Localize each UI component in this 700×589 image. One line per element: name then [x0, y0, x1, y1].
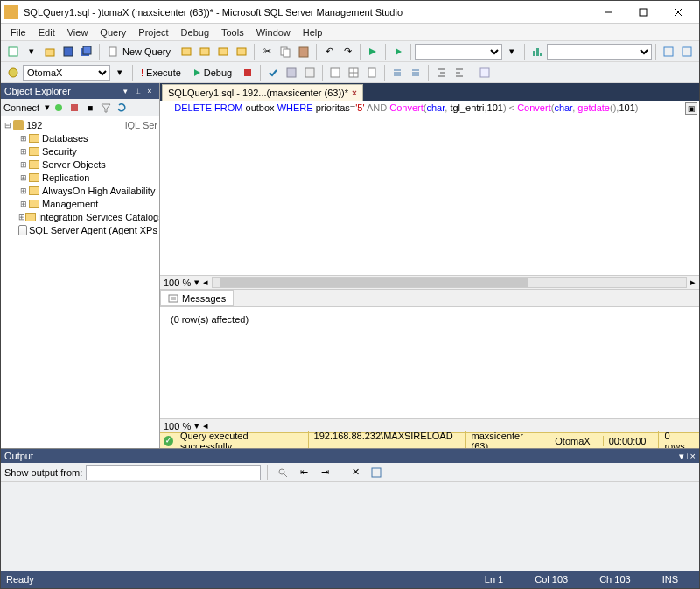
tab-close-icon[interactable]: ×	[352, 88, 357, 98]
output-pin-icon[interactable]: ⟂	[684, 451, 690, 461]
results-text-button[interactable]	[326, 64, 344, 81]
disconnect-icon[interactable]	[67, 101, 81, 115]
connect-label[interactable]: Connect	[4, 102, 39, 113]
tree-node-replication[interactable]: ⊞Replication	[15, 171, 158, 184]
nav-back-button[interactable]: ▾	[23, 43, 40, 60]
output-clear-button[interactable]: ✕	[346, 464, 364, 481]
connect-icon[interactable]	[52, 101, 66, 115]
undo-button[interactable]: ↶	[320, 43, 338, 60]
solution-select[interactable]	[415, 44, 502, 60]
messages-text: (0 row(s) affected)	[171, 314, 689, 325]
open-button[interactable]	[41, 43, 59, 60]
start-button[interactable]	[389, 43, 407, 60]
menu-edit[interactable]: Edit	[32, 25, 61, 39]
menu-project[interactable]: Project	[132, 25, 174, 39]
tree-node-agent[interactable]: SQL Server Agent (Agent XPs disabl	[15, 223, 158, 236]
svg-rect-33	[368, 68, 375, 77]
redo-button[interactable]: ↷	[339, 43, 356, 60]
new-query-button[interactable]: New Query	[103, 43, 177, 60]
query-icon-2[interactable]	[196, 43, 214, 60]
panel-pin-icon[interactable]: ⟂	[131, 85, 144, 97]
editor-tab[interactable]: SQLQuery1.sql - 192...(maxsicenter (63))…	[162, 84, 363, 101]
uncomment-button[interactable]	[407, 64, 424, 81]
split-toggle-icon[interactable]: ▣	[685, 102, 697, 115]
output-next-button[interactable]: ⇥	[316, 464, 333, 481]
stop-icon[interactable]: ■	[83, 101, 97, 115]
titlebar: SQLQuery1.sql - )tomaX (maxsicenter (63)…	[1, 1, 699, 24]
editor-zoom-value[interactable]: 100 %	[164, 277, 191, 288]
panel-dropdown-icon[interactable]: ▾	[119, 85, 131, 97]
messages-tab[interactable]: Messages	[160, 290, 234, 306]
menu-view[interactable]: View	[61, 25, 94, 39]
debug-button[interactable]: Debug	[188, 64, 238, 81]
outdent-button[interactable]	[451, 64, 468, 81]
execute-button[interactable]: !Execute	[136, 64, 187, 81]
registered-servers-select[interactable]	[547, 44, 652, 60]
app-icon	[4, 5, 18, 19]
save-all-button[interactable]	[78, 43, 95, 60]
cut-button[interactable]: ✂	[258, 43, 276, 60]
indent-button[interactable]	[432, 64, 450, 81]
output-close-icon[interactable]: ×	[690, 451, 696, 461]
menu-tools[interactable]: Tools	[215, 25, 250, 39]
svg-rect-16	[299, 47, 308, 57]
object-tree[interactable]: ⊟ 192 iQL Ser ⊞Databases ⊞Security ⊞Serv…	[1, 116, 159, 448]
tree-node-security[interactable]: ⊞Security	[15, 144, 158, 158]
copy-button[interactable]	[276, 43, 294, 60]
menu-query[interactable]: Query	[94, 25, 132, 39]
query-options-button[interactable]	[301, 64, 318, 81]
scroll-right-icon[interactable]: ▸	[690, 277, 696, 288]
menu-window[interactable]: Window	[250, 25, 297, 39]
tree-node-server-objects[interactable]: ⊞Server Objects	[15, 158, 158, 171]
connection-button[interactable]	[4, 64, 22, 81]
display-plan-button[interactable]	[283, 64, 300, 81]
output-wrap-button[interactable]	[368, 464, 385, 481]
filter-icon[interactable]	[99, 101, 113, 115]
parse-button[interactable]	[264, 64, 282, 81]
tree-node-databases[interactable]: ⊞Databases	[15, 131, 158, 144]
tree-server-node[interactable]: ⊟ 192 iQL Ser	[3, 118, 158, 131]
menu-help[interactable]: Help	[297, 25, 329, 39]
query-icon-1[interactable]	[178, 43, 195, 60]
menu-file[interactable]: File	[4, 25, 32, 39]
paste-button[interactable]	[295, 43, 312, 60]
nav-button[interactable]	[364, 43, 382, 60]
window-btn-2[interactable]	[678, 43, 696, 60]
menu-debug[interactable]: Debug	[175, 25, 215, 39]
minimize-button[interactable]	[591, 2, 626, 23]
output-body[interactable]	[1, 482, 699, 571]
status-ins: INS	[647, 574, 694, 585]
specify-values-button[interactable]	[476, 64, 494, 81]
window-btn-1[interactable]	[660, 43, 677, 60]
sql-editor[interactable]: ▣ DELETE FROM outbox WHERE prioritas='5'…	[160, 101, 699, 276]
activity-button[interactable]	[528, 43, 546, 60]
tree-node-alwayson[interactable]: ⊞AlwaysOn High Availability	[15, 184, 158, 197]
comment-button[interactable]	[388, 64, 406, 81]
database-select[interactable]: OtomaX	[23, 65, 110, 81]
output-find-button[interactable]	[274, 464, 291, 481]
find-button[interactable]: ▾	[503, 43, 521, 60]
db-dropdown[interactable]: ▾	[111, 64, 129, 81]
messages-body[interactable]: (0 row(s) affected)	[160, 307, 699, 418]
close-button[interactable]	[661, 2, 696, 23]
results-grid-button[interactable]	[345, 64, 362, 81]
query-icon-3[interactable]	[214, 43, 232, 60]
refresh-icon[interactable]	[115, 101, 129, 115]
output-prev-button[interactable]: ⇤	[295, 464, 312, 481]
save-button[interactable]	[60, 43, 77, 60]
new-project-button[interactable]	[4, 43, 22, 60]
tree-node-integration[interactable]: ⊞Integration Services Catalogs	[15, 210, 158, 223]
tree-node-management[interactable]: ⊞Management	[15, 197, 158, 210]
svg-rect-28	[305, 68, 314, 77]
scroll-left-icon[interactable]: ◂	[203, 277, 208, 288]
svg-rect-23	[682, 47, 691, 56]
maximize-button[interactable]	[626, 2, 661, 23]
output-title: Output	[4, 451, 33, 461]
results-file-button[interactable]	[363, 64, 381, 81]
success-icon: ✓	[164, 436, 173, 446]
cancel-query-button[interactable]	[239, 64, 256, 81]
output-source-select[interactable]	[86, 465, 261, 480]
editor-scrollbar[interactable]	[212, 277, 687, 288]
panel-close-icon[interactable]: ×	[144, 85, 156, 97]
query-icon-4[interactable]	[233, 43, 250, 60]
